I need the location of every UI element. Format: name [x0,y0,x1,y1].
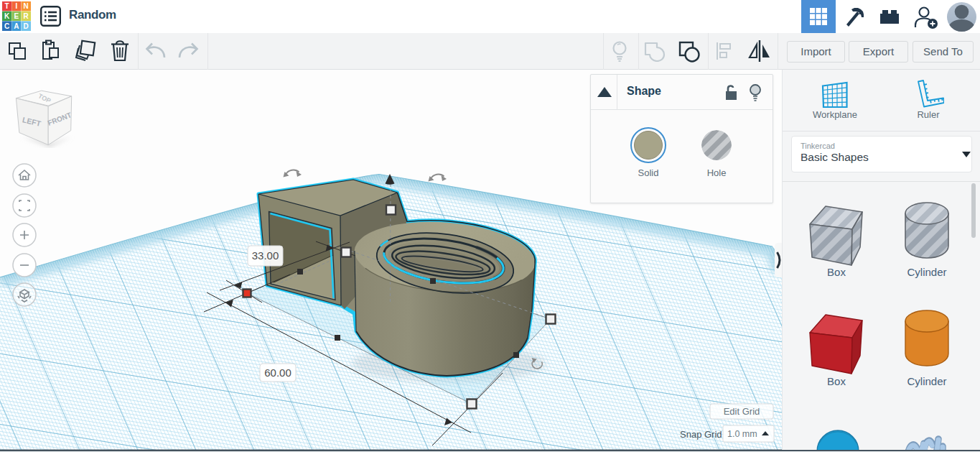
svg-text:1.0 mm: 1.0 mm [727,429,757,439]
svg-text:33.00: 33.00 [252,249,279,262]
svg-text:I: I [15,2,17,10]
svg-text:N: N [24,2,29,10]
svg-text:T: T [4,2,9,10]
svg-text:Edit Grid: Edit Grid [724,406,760,417]
svg-text:K: K [4,12,10,20]
svg-text:60.00: 60.00 [264,366,291,379]
svg-text:A: A [14,22,19,30]
svg-text:C: C [4,22,9,30]
svg-text:R: R [24,12,29,20]
svg-text:Snap Grid: Snap Grid [680,429,722,440]
svg-text:D: D [24,22,29,30]
svg-text:E: E [14,12,19,20]
